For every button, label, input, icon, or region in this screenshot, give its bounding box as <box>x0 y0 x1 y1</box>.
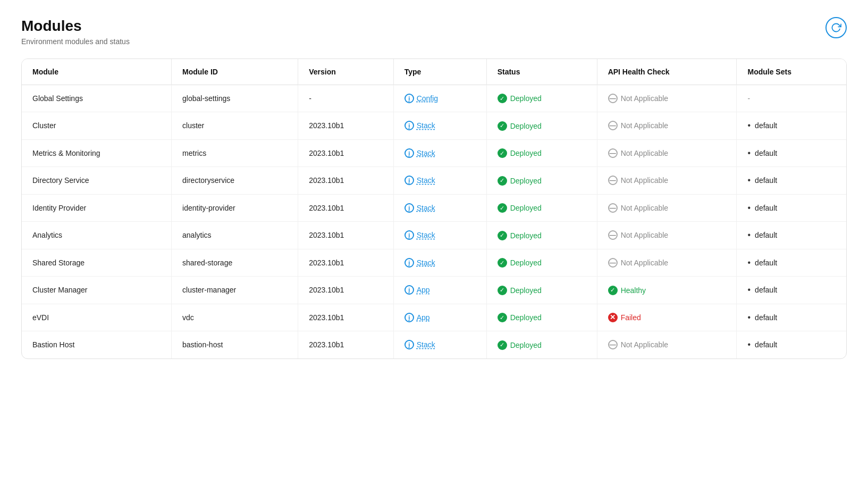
bullet-icon: • <box>747 148 751 158</box>
health-na: — Not Applicable <box>608 94 669 103</box>
table-row: Global Settingsglobal-settings- i Config… <box>22 85 846 112</box>
table-row: Cluster Managercluster-manager2023.10b1 … <box>22 277 846 304</box>
refresh-button[interactable] <box>825 17 847 38</box>
type-link[interactable]: i Stack <box>404 203 435 213</box>
bullet-icon: • <box>747 121 751 130</box>
cell-status: ✓ Deployed <box>486 249 597 277</box>
module-sets-value: default <box>755 313 777 322</box>
cell-status: ✓ Deployed <box>486 167 597 195</box>
check-icon: ✓ <box>498 313 507 322</box>
cell-module-sets: • default <box>737 277 846 304</box>
info-icon: i <box>404 313 414 322</box>
status-label: Deployed <box>510 177 542 185</box>
health-label: Not Applicable <box>621 149 669 157</box>
cell-module: Identity Provider <box>22 194 172 222</box>
type-link[interactable]: i App <box>404 285 430 295</box>
type-link[interactable]: i Stack <box>404 148 435 158</box>
cell-type[interactable]: i Stack <box>393 331 486 358</box>
type-link[interactable]: i Config <box>404 94 438 103</box>
cell-module: Metrics & Monitoring <box>22 139 172 167</box>
cell-type[interactable]: i Stack <box>393 167 486 195</box>
status-deployed: ✓ Deployed <box>498 231 542 240</box>
na-icon: — <box>608 94 618 103</box>
status-deployed: ✓ Deployed <box>498 203 542 213</box>
cell-module: Global Settings <box>22 85 172 112</box>
cell-version: 2023.10b1 <box>298 112 394 140</box>
cell-module-id: cluster-manager <box>172 277 298 304</box>
cell-version: 2023.10b1 <box>298 139 394 167</box>
health-label: Not Applicable <box>621 204 669 212</box>
module-sets-cell: • default <box>747 203 836 213</box>
health-label: Not Applicable <box>621 94 669 103</box>
table-row: Clustercluster2023.10b1 i Stack ✓ Deploy… <box>22 112 846 140</box>
type-label: Stack <box>417 121 435 130</box>
cell-type[interactable]: i Stack <box>393 222 486 249</box>
check-icon: ✓ <box>498 258 507 268</box>
cell-module: Bastion Host <box>22 331 172 358</box>
info-icon: i <box>404 203 414 213</box>
health-na: — Not Applicable <box>608 203 669 213</box>
cell-type[interactable]: i Stack <box>393 249 486 277</box>
na-icon: — <box>608 203 618 213</box>
cell-health: ✕ Failed <box>597 304 737 331</box>
module-sets-value: default <box>755 258 777 267</box>
type-label: App <box>417 286 430 294</box>
type-link[interactable]: i App <box>404 313 430 322</box>
modules-table: Module Module ID Version Type Status API… <box>22 59 846 358</box>
table-row: Analyticsanalytics2023.10b1 i Stack ✓ De… <box>22 222 846 249</box>
status-label: Deployed <box>510 149 542 157</box>
status-label: Deployed <box>510 231 542 240</box>
bullet-icon: • <box>747 340 751 349</box>
cell-module-sets: - <box>737 85 846 112</box>
modules-table-container: Module Module ID Version Type Status API… <box>21 59 847 359</box>
table-row: Metrics & Monitoringmetrics2023.10b1 i S… <box>22 139 846 167</box>
col-header-status: Status <box>486 59 597 85</box>
type-link[interactable]: i Stack <box>404 258 435 268</box>
type-link[interactable]: i Stack <box>404 121 435 130</box>
cell-type[interactable]: i Config <box>393 85 486 112</box>
cell-health: ✓ Healthy <box>597 277 737 304</box>
cell-module-id: identity-provider <box>172 194 298 222</box>
module-sets-cell: • default <box>747 121 836 130</box>
type-link[interactable]: i Stack <box>404 176 435 185</box>
na-icon: — <box>608 340 618 349</box>
failed-icon: ✕ <box>608 313 618 322</box>
cell-version: 2023.10b1 <box>298 167 394 195</box>
page-subtitle: Environment modules and status <box>21 37 130 46</box>
status-deployed: ✓ Deployed <box>498 258 542 268</box>
cell-module-id: global-settings <box>172 85 298 112</box>
cell-health: — Not Applicable <box>597 222 737 249</box>
cell-type[interactable]: i App <box>393 304 486 331</box>
check-icon: ✓ <box>498 148 507 158</box>
cell-type[interactable]: i Stack <box>393 194 486 222</box>
cell-module-id: vdc <box>172 304 298 331</box>
na-icon: — <box>608 148 618 158</box>
check-icon: ✓ <box>498 286 507 295</box>
cell-type[interactable]: i Stack <box>393 139 486 167</box>
cell-module: Cluster Manager <box>22 277 172 304</box>
health-failed: ✕ Failed <box>608 313 641 322</box>
table-row: Bastion Hostbastion-host2023.10b1 i Stac… <box>22 331 846 358</box>
module-sets-value: default <box>755 149 777 157</box>
cell-status: ✓ Deployed <box>486 222 597 249</box>
health-na: — Not Applicable <box>608 148 669 158</box>
cell-module-sets: • default <box>737 139 846 167</box>
module-sets-value: default <box>755 286 777 294</box>
cell-module-sets: • default <box>737 222 846 249</box>
type-label: Stack <box>417 176 435 185</box>
type-link[interactable]: i Stack <box>404 340 435 349</box>
status-deployed: ✓ Deployed <box>498 148 542 158</box>
cell-version: 2023.10b1 <box>298 331 394 358</box>
healthy-icon: ✓ <box>608 286 618 295</box>
col-header-module-id: Module ID <box>172 59 298 85</box>
cell-type[interactable]: i Stack <box>393 112 486 140</box>
health-healthy: ✓ Healthy <box>608 286 646 295</box>
cell-type[interactable]: i App <box>393 277 486 304</box>
status-deployed: ✓ Deployed <box>498 121 542 131</box>
type-link[interactable]: i Stack <box>404 230 435 240</box>
cell-status: ✓ Deployed <box>486 112 597 140</box>
cell-module-sets: • default <box>737 304 846 331</box>
info-icon: i <box>404 121 414 130</box>
cell-module-sets: • default <box>737 249 846 277</box>
table-row: Shared Storageshared-storage2023.10b1 i … <box>22 249 846 277</box>
